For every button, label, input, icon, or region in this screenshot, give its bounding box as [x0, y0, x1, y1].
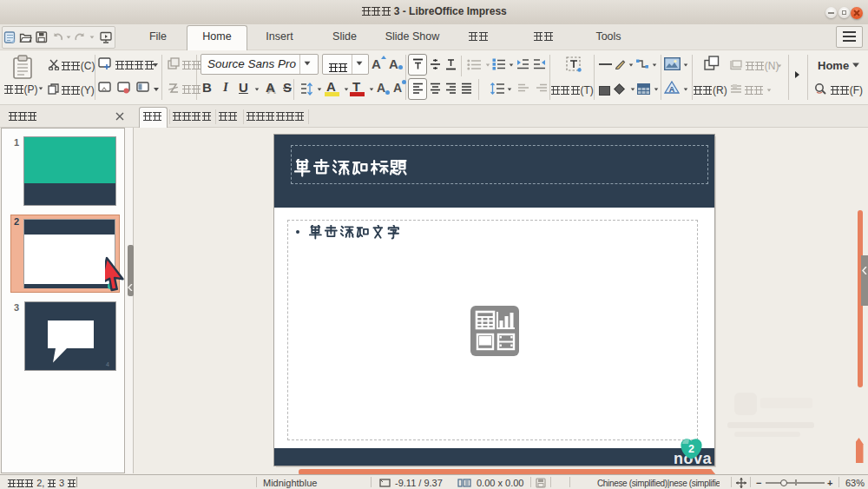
svg-text:A: A — [669, 85, 675, 94]
svg-text:4: 4 — [106, 361, 109, 367]
svg-text:2: 2 — [688, 443, 694, 455]
